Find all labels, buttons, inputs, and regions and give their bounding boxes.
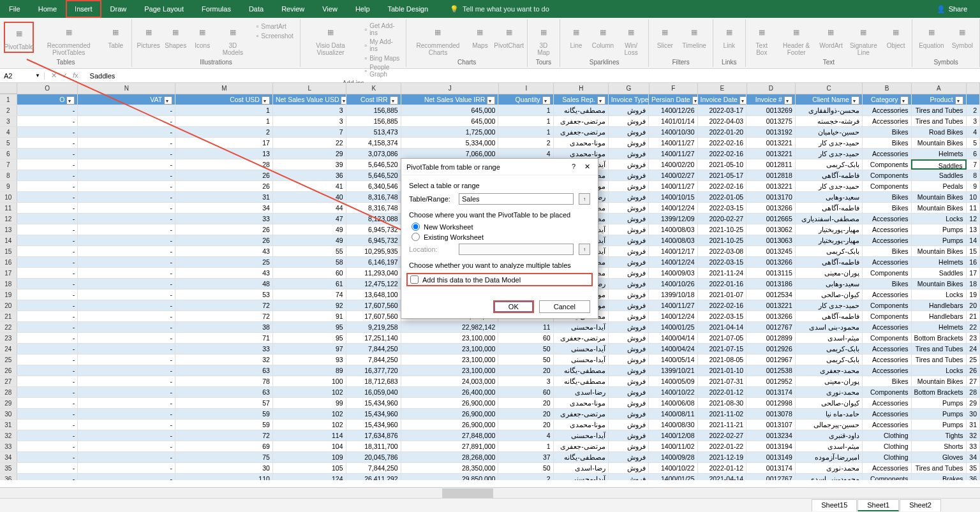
cell[interactable]: 1400/05/14 — [649, 355, 698, 365]
sheet-tab-sheet1[interactable]: Sheet1 — [858, 499, 899, 511]
horizontal-scrollbar[interactable] — [0, 487, 980, 498]
data-model-check-input[interactable] — [410, 275, 419, 284]
cell[interactable]: 0012952 — [746, 376, 796, 386]
cell[interactable]: فروش — [609, 355, 649, 365]
row-header[interactable]: 11 — [0, 203, 17, 213]
col-header-B[interactable]: B — [863, 83, 912, 94]
cell[interactable]: 29,850,000 — [401, 474, 499, 480]
cell[interactable]: 89 — [273, 365, 346, 376]
row-header[interactable]: 7 — [0, 159, 17, 170]
cell[interactable]: 0013174 — [746, 387, 796, 397]
filter-icon[interactable] — [851, 96, 859, 105]
cell[interactable]: Components — [863, 311, 912, 321]
cell[interactable]: - — [17, 214, 78, 224]
cell[interactable]: 2021-11-24 — [698, 268, 747, 278]
menu-tab-formulas[interactable]: Formulas — [193, 0, 240, 18]
cell[interactable]: - — [78, 149, 175, 159]
cell[interactable]: 2022-03-17 — [698, 105, 747, 115]
cell[interactable]: 30 — [175, 463, 273, 473]
tell-me-search[interactable]: 💡 Tell me what you want to do — [450, 5, 549, 13]
cell[interactable]: فروش — [609, 441, 649, 451]
cell[interactable]: 47 — [273, 214, 346, 224]
cell[interactable]: فروش — [609, 322, 649, 332]
cell[interactable]: 13,648,100 — [346, 289, 401, 300]
cell[interactable]: 1 — [175, 105, 273, 115]
cell[interactable]: 53 — [175, 289, 273, 300]
cell[interactable]: آیدا-محسنی — [554, 355, 609, 365]
table-header-clientname[interactable]: Client Name — [796, 94, 863, 105]
cell[interactable]: 24,003,000 — [401, 376, 499, 386]
row-header[interactable]: 34 — [0, 452, 17, 462]
cell[interactable]: 0013194 — [746, 441, 796, 451]
cell[interactable]: 72 — [175, 311, 273, 321]
cell[interactable]: 95 — [273, 322, 346, 332]
row-header[interactable]: 32 — [0, 430, 17, 441]
cell[interactable]: 15,434,960 — [346, 398, 401, 408]
cell[interactable]: Bikes — [863, 246, 912, 256]
cell[interactable]: 0013266 — [746, 257, 796, 267]
cell[interactable]: 7,844,250 — [346, 463, 401, 473]
cell[interactable]: 0013063 — [746, 235, 796, 245]
cell[interactable]: 49 — [273, 224, 346, 235]
existing-worksheet-radio[interactable]: Existing Worksheet — [409, 233, 590, 241]
ribbon-table[interactable]: ▦Table — [103, 22, 128, 50]
cell[interactable]: 36 — [967, 474, 980, 480]
cell[interactable]: - — [17, 170, 78, 180]
cell[interactable]: 2022-03-15 — [698, 203, 747, 213]
cell[interactable]: 6,146,197 — [346, 257, 401, 267]
cell[interactable]: 43 — [175, 268, 273, 278]
cell[interactable]: - — [78, 311, 175, 321]
col-header-L[interactable]: L — [273, 83, 346, 94]
cell[interactable]: 26,411,292 — [346, 474, 401, 480]
cell[interactable]: 29 — [273, 149, 346, 159]
cell[interactable]: Mountain Bikes — [912, 203, 967, 213]
cell[interactable]: Locks — [912, 214, 967, 224]
cell[interactable]: 34 — [175, 203, 273, 213]
cell[interactable]: - — [17, 387, 78, 397]
cell[interactable]: 2021-01-10 — [698, 365, 747, 376]
cell[interactable]: حمید-جدی کار — [796, 138, 863, 148]
cell[interactable]: Clothing — [863, 452, 912, 462]
cell[interactable]: 38 — [175, 322, 273, 332]
cell[interactable]: 2021-05-10 — [697, 159, 746, 170]
cell[interactable]: 0013149 — [746, 452, 796, 462]
cell[interactable]: 2022-01-16 — [698, 279, 747, 289]
cell[interactable]: Components — [863, 170, 912, 180]
row-header[interactable]: 35 — [0, 463, 17, 473]
cell[interactable]: 1400/12/08 — [649, 430, 698, 441]
cell[interactable]: 1400/08/30 — [649, 420, 698, 430]
cell[interactable]: 1399/10/18 — [649, 289, 698, 300]
cell[interactable]: 2021-04-14 — [698, 322, 747, 332]
table-header-category[interactable]: Category — [863, 94, 912, 105]
cell[interactable]: فروش — [609, 387, 649, 397]
sheet-tab-sheet15[interactable]: Sheet15 — [812, 499, 857, 511]
cell[interactable]: 1400/11/02 — [649, 441, 698, 451]
ribbon-wordart[interactable]: ▦WordArt — [819, 22, 843, 50]
cell[interactable]: 1400/12/24 — [649, 311, 698, 321]
row-header[interactable]: 9 — [0, 181, 17, 191]
cell[interactable]: 0013170 — [746, 192, 796, 202]
cell[interactable]: 55 — [273, 246, 346, 256]
cell[interactable]: - — [17, 224, 78, 235]
cell[interactable]: - — [78, 235, 175, 245]
cell[interactable]: 15,434,960 — [346, 420, 401, 430]
cell[interactable]: 1400/11/27 — [649, 149, 698, 159]
cell[interactable]: 1400/10/22 — [649, 387, 698, 397]
cell[interactable]: 28 — [967, 387, 980, 397]
cell[interactable]: 30 — [967, 409, 980, 419]
ribbon-visio-data-visualizer[interactable]: ▦Visio Data Visualizer — [304, 22, 357, 57]
cell[interactable]: 2021-07-05 — [698, 333, 747, 343]
cell[interactable]: فاطمه-آگاهی — [796, 203, 863, 213]
cell[interactable]: 26 — [175, 170, 273, 180]
fx-icon[interactable]: fx — [73, 71, 78, 80]
row-header[interactable]: 22 — [0, 322, 17, 332]
cell[interactable]: Bikes — [863, 192, 912, 202]
cell[interactable]: - — [78, 430, 175, 441]
cell[interactable]: 2022-02-16 — [698, 138, 747, 148]
cell[interactable]: Tires and Tubes — [912, 116, 967, 126]
cell[interactable]: 156,885 — [346, 105, 401, 115]
filter-icon[interactable] — [784, 96, 792, 105]
cell[interactable]: محمود-بنی اسدی — [796, 474, 863, 480]
ribbon-pivottable[interactable]: ▦PivotTable — [4, 22, 34, 53]
cell[interactable]: 75 — [175, 452, 273, 462]
